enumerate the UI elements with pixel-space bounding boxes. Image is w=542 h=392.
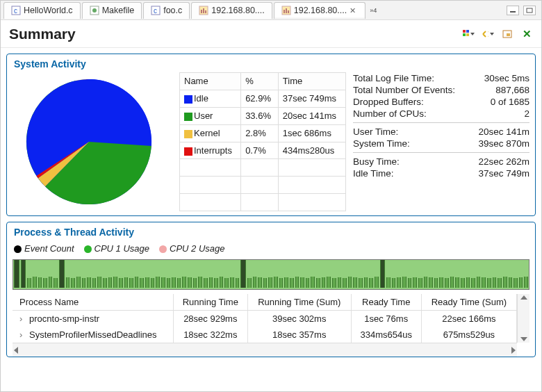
tab-label: 192.168.80.... bbox=[294, 6, 347, 15]
stat-label: Total Number Of Events: bbox=[353, 85, 455, 95]
svg-text:c: c bbox=[14, 7, 17, 15]
col-running-sum[interactable]: Running Time (Sum) bbox=[247, 294, 351, 311]
horizontal-scrollbar[interactable] bbox=[13, 343, 517, 357]
dot-cpu1 bbox=[84, 245, 92, 253]
swatch-idle bbox=[184, 95, 192, 104]
pie-chart bbox=[13, 72, 172, 211]
trace-icon bbox=[281, 6, 291, 15]
stat-label: System Time: bbox=[353, 138, 410, 149]
svg-rect-17 bbox=[466, 30, 469, 33]
tab-makefile[interactable]: Makefile bbox=[82, 2, 142, 19]
maximize-view-button[interactable] bbox=[523, 6, 536, 15]
stat-label: Number of CPUs: bbox=[353, 108, 427, 119]
tab-overflow-button[interactable]: »4 bbox=[370, 7, 377, 14]
process-table: Process Name Running Time Running Time (… bbox=[13, 294, 517, 343]
link-editor-icon[interactable] bbox=[482, 28, 494, 40]
chevron-down-icon bbox=[490, 33, 494, 35]
stat-value: 22sec 262m bbox=[478, 156, 529, 167]
legend-row[interactable]: Interrupts0.7%434ms280us bbox=[180, 142, 346, 159]
timeline-legend: Event Count CPU 1 Usage CPU 2 Usage bbox=[13, 240, 529, 259]
tab-trace-2[interactable]: 192.168.80.... ✕ bbox=[274, 2, 366, 19]
scroll-left-icon[interactable] bbox=[14, 347, 18, 354]
minimize-view-button[interactable] bbox=[507, 6, 519, 15]
legend-table: Name % Time Idle62.9%37sec 749ms User33.… bbox=[179, 72, 346, 211]
legend-row[interactable]: User33.6%20sec 141ms bbox=[180, 107, 346, 124]
col-process-name[interactable]: Process Name bbox=[13, 294, 173, 311]
svg-rect-21 bbox=[507, 33, 510, 36]
panel-title: System Activity bbox=[13, 58, 529, 72]
vertical-scrollbar[interactable] bbox=[517, 294, 529, 343]
dot-event-count bbox=[14, 245, 22, 253]
table-row[interactable]: ›SystemProfilerMissedDeadlines 18sec 322… bbox=[13, 327, 517, 343]
close-icon[interactable]: ✕ bbox=[350, 6, 358, 15]
tab-label: foo.c bbox=[163, 6, 182, 15]
tab-label: Makefile bbox=[102, 6, 135, 15]
stat-label: User Time: bbox=[353, 126, 398, 137]
scroll-down-icon[interactable] bbox=[520, 337, 527, 341]
tab-helloworld[interactable]: c HelloWorld.c bbox=[3, 2, 81, 19]
stat-label: Dropped Buffers: bbox=[353, 97, 424, 107]
stats-block: Total Log File Time:30sec 5ms Total Numb… bbox=[353, 72, 529, 211]
svg-rect-8 bbox=[203, 8, 204, 13]
svg-rect-14 bbox=[510, 11, 516, 13]
editor-tabbar: c HelloWorld.c Makefile c foo.c 192.168.… bbox=[1, 1, 541, 20]
svg-rect-18 bbox=[463, 33, 466, 36]
page-title: Summary bbox=[9, 26, 76, 42]
close-view-icon[interactable]: ✕ bbox=[520, 28, 533, 40]
scroll-up-icon[interactable] bbox=[520, 295, 527, 300]
swatch-interrupts bbox=[184, 147, 192, 156]
svg-rect-15 bbox=[527, 8, 532, 13]
stat-label: Total Log File Time: bbox=[353, 73, 434, 83]
col-running-time[interactable]: Running Time bbox=[173, 294, 247, 311]
timeline-chart[interactable] bbox=[13, 259, 529, 290]
swatch-user bbox=[184, 113, 192, 121]
col-ready-time[interactable]: Ready Time bbox=[351, 294, 421, 311]
scroll-right-icon[interactable] bbox=[511, 347, 516, 354]
summary-toolbar: Summary ✕ bbox=[1, 20, 541, 48]
chevron-down-icon bbox=[470, 33, 475, 35]
svg-rect-7 bbox=[201, 10, 202, 13]
expander-icon[interactable]: › bbox=[19, 313, 26, 324]
makefile-icon bbox=[90, 6, 99, 15]
svg-rect-16 bbox=[463, 30, 466, 33]
stat-label: Busy Time: bbox=[353, 156, 400, 167]
options-icon[interactable] bbox=[501, 28, 514, 40]
swatch-kernel bbox=[184, 130, 192, 138]
tab-label: HelloWorld.c bbox=[24, 6, 73, 15]
expander-icon[interactable]: › bbox=[19, 329, 26, 340]
stat-value: 30sec 5ms bbox=[484, 73, 529, 83]
stat-value: 20sec 141m bbox=[478, 126, 529, 137]
svg-rect-13 bbox=[288, 10, 289, 13]
stat-value: 37sec 749m bbox=[478, 168, 529, 179]
legend-row[interactable]: Kernel2.8%1sec 686ms bbox=[180, 124, 346, 142]
dot-cpu2 bbox=[159, 245, 167, 253]
filters-icon[interactable] bbox=[462, 28, 475, 40]
tab-trace-1[interactable]: 192.168.80.... bbox=[191, 2, 272, 19]
stat-value: 0 of 1685 bbox=[491, 97, 529, 107]
col-ready-sum[interactable]: Ready Time (Sum) bbox=[421, 294, 516, 311]
stat-label: Idle Time: bbox=[353, 168, 394, 179]
trace-icon bbox=[199, 6, 208, 15]
panel-title: Process & Thread Activity bbox=[13, 227, 529, 240]
svg-text:c: c bbox=[154, 7, 157, 15]
legend-header-time[interactable]: Time bbox=[278, 73, 345, 90]
legend-header-percent[interactable]: % bbox=[241, 73, 279, 90]
overflow-count: 4 bbox=[373, 7, 377, 14]
svg-point-3 bbox=[92, 8, 97, 13]
legend-header-name[interactable]: Name bbox=[180, 73, 241, 90]
svg-rect-11 bbox=[284, 10, 285, 13]
tab-label: 192.168.80.... bbox=[211, 6, 264, 15]
c-file-icon: c bbox=[11, 6, 21, 15]
process-thread-panel: Process & Thread Activity Event Count CP… bbox=[6, 222, 536, 357]
table-row[interactable]: ›procnto-smp-instr 28sec 929ms 39sec 302… bbox=[13, 311, 517, 327]
svg-rect-12 bbox=[286, 8, 287, 13]
stat-value: 39sec 870m bbox=[478, 138, 529, 149]
stat-value: 2 bbox=[524, 108, 529, 119]
svg-rect-9 bbox=[205, 10, 206, 13]
legend-row[interactable]: Idle62.9%37sec 749ms bbox=[180, 90, 346, 107]
c-file-icon: c bbox=[151, 6, 161, 15]
system-activity-panel: System Activity Name % Time Idle62.9%37s… bbox=[6, 54, 536, 216]
svg-rect-19 bbox=[466, 33, 469, 36]
stat-value: 887,668 bbox=[495, 85, 529, 95]
tab-foo[interactable]: c foo.c bbox=[143, 2, 190, 19]
